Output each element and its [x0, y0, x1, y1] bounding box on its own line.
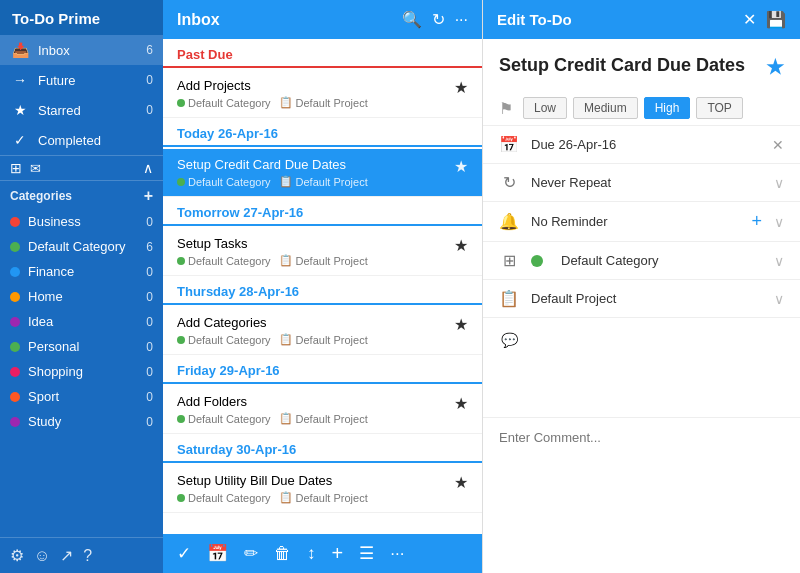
priority-high-button[interactable]: High [644, 97, 691, 119]
task-star[interactable]: ★ [454, 315, 468, 334]
mail-view-icon[interactable]: ✉ [30, 161, 41, 176]
calendar-icon[interactable]: 📅 [207, 543, 228, 564]
task-item[interactable]: Add Projects Default Category 📋 Default … [163, 70, 482, 118]
category-row[interactable]: ⊞ Default Category ∨ [483, 241, 800, 279]
category-count: 6 [146, 240, 153, 254]
category-item-sport[interactable]: Sport 0 [0, 384, 163, 409]
task-item[interactable]: Add Categories Default Category 📋 Defaul… [163, 307, 482, 355]
task-star[interactable]: ★ [454, 394, 468, 413]
star-icon: ★ [10, 102, 30, 118]
task-title: Add Projects [177, 78, 448, 93]
category-count: 0 [146, 215, 153, 229]
sidebar-item-starred[interactable]: ★ Starred 0 [0, 95, 163, 125]
task-item-selected[interactable]: Setup Credit Card Due Dates Default Cate… [163, 149, 482, 197]
task-item[interactable]: Add Folders Default Category 📋 Default P… [163, 386, 482, 434]
share-icon[interactable]: ↗ [60, 546, 73, 565]
category-label: Study [28, 414, 146, 429]
project-name: Default Project [296, 413, 368, 425]
delete-icon[interactable]: 🗑 [274, 544, 291, 564]
reminder-row[interactable]: 🔔 No Reminder + ∨ [483, 201, 800, 241]
clear-due-date-button[interactable]: ✕ [772, 137, 784, 153]
task-project: 📋 Default Project [279, 491, 368, 504]
task-star[interactable]: ★ [454, 236, 468, 255]
category-label: Idea [28, 314, 146, 329]
section-saturday: Saturday 30-Apr-16 [163, 434, 482, 463]
category-item-finance[interactable]: Finance 0 [0, 259, 163, 284]
section-tomorrow: Tomorrow 27-Apr-16 [163, 197, 482, 226]
list-icon[interactable]: ☰ [359, 543, 374, 564]
category-dot [177, 494, 185, 502]
inbox-count: 6 [146, 43, 153, 57]
project-chevron-icon[interactable]: ∨ [774, 291, 784, 307]
reminder-chevron-icon[interactable]: ∨ [774, 214, 784, 230]
repeat-row[interactable]: ↻ Never Repeat ∨ [483, 163, 800, 201]
edit-icon[interactable]: ✏ [244, 543, 258, 564]
search-icon[interactable]: 🔍 [402, 10, 422, 29]
project-name: Default Project [296, 176, 368, 188]
task-item[interactable]: Setup Tasks Default Category 📋 Default P… [163, 228, 482, 276]
task-star[interactable]: ★ [454, 78, 468, 97]
category-item-shopping[interactable]: Shopping 0 [0, 359, 163, 384]
repeat-chevron-icon[interactable]: ∨ [774, 175, 784, 191]
category-name: Default Category [188, 492, 271, 504]
add-reminder-button[interactable]: + [751, 211, 762, 232]
task-content: Add Categories Default Category 📋 Defaul… [177, 315, 448, 346]
category-name: Default Category [188, 255, 271, 267]
title-star-icon[interactable]: ★ [766, 55, 784, 79]
category-chevron-icon[interactable]: ∨ [774, 253, 784, 269]
task-star[interactable]: ★ [454, 157, 468, 176]
task-category: Default Category [177, 492, 271, 504]
grid-view-icon[interactable]: ⊞ [10, 160, 22, 176]
category-dot [177, 415, 185, 423]
task-meta: Default Category 📋 Default Project [177, 175, 448, 188]
task-project: 📋 Default Project [279, 412, 368, 425]
complete-icon[interactable]: ✓ [177, 543, 191, 564]
category-item-idea[interactable]: Idea 0 [0, 309, 163, 334]
sort-icon[interactable]: ↕ [307, 544, 316, 564]
task-content: Setup Tasks Default Category 📋 Default P… [177, 236, 448, 267]
category-item-study[interactable]: Study 0 [0, 409, 163, 434]
add-icon[interactable]: + [332, 542, 344, 565]
category-item-home[interactable]: Home 0 [0, 284, 163, 309]
task-content: Setup Utility Bill Due Dates Default Cat… [177, 473, 448, 504]
priority-low-button[interactable]: Low [523, 97, 567, 119]
finance-dot [10, 267, 20, 277]
task-item[interactable]: Setup Utility Bill Due Dates Default Cat… [163, 465, 482, 513]
help-icon[interactable]: ? [83, 547, 92, 565]
sidebar-item-future[interactable]: → Future 0 [0, 65, 163, 95]
task-category: Default Category [177, 97, 271, 109]
more-icon[interactable]: ··· [455, 11, 468, 29]
right-panel: Edit To-Do ✕ 💾 Setup Credit Card Due Dat… [483, 0, 800, 573]
emoji-icon[interactable]: ☺ [34, 547, 50, 565]
categories-list: Business 0 Default Category 6 Finance 0 … [0, 209, 163, 537]
project-row[interactable]: 📋 Default Project ∨ [483, 279, 800, 317]
attachment-icon[interactable]: 💬 [499, 332, 519, 348]
category-item-default[interactable]: Default Category 6 [0, 234, 163, 259]
sidebar-item-completed[interactable]: ✓ Completed [0, 125, 163, 155]
collapse-icon[interactable]: ∧ [143, 160, 153, 176]
settings-icon[interactable]: ⚙ [10, 546, 24, 565]
view-toggle: ⊞ ✉ ∧ [0, 155, 163, 181]
middle-title: Inbox [177, 11, 392, 29]
add-category-button[interactable]: + [144, 187, 153, 205]
task-content: Setup Credit Card Due Dates Default Cate… [177, 157, 448, 188]
task-title: Setup Tasks [177, 236, 448, 251]
priority-top-button[interactable]: TOP [696, 97, 742, 119]
sidebar-item-inbox[interactable]: 📥 Inbox 6 [0, 35, 163, 65]
priority-medium-button[interactable]: Medium [573, 97, 638, 119]
section-friday: Friday 29-Apr-16 [163, 355, 482, 384]
refresh-icon[interactable]: ↻ [432, 10, 445, 29]
category-item-business[interactable]: Business 0 [0, 209, 163, 234]
category-item-personal[interactable]: Personal 0 [0, 334, 163, 359]
category-count: 0 [146, 340, 153, 354]
comment-input[interactable] [499, 430, 784, 445]
save-icon[interactable]: 💾 [766, 10, 786, 29]
middle-footer: ✓ 📅 ✏ 🗑 ↕ + ☰ ··· [163, 534, 482, 573]
due-date-label[interactable]: Due 26-Apr-16 [531, 137, 760, 152]
right-header: Edit To-Do ✕ 💾 [483, 0, 800, 39]
task-star[interactable]: ★ [454, 473, 468, 492]
close-icon[interactable]: ✕ [743, 10, 756, 29]
task-title: Setup Utility Bill Due Dates [177, 473, 448, 488]
category-dot [177, 257, 185, 265]
more-footer-icon[interactable]: ··· [390, 544, 404, 564]
